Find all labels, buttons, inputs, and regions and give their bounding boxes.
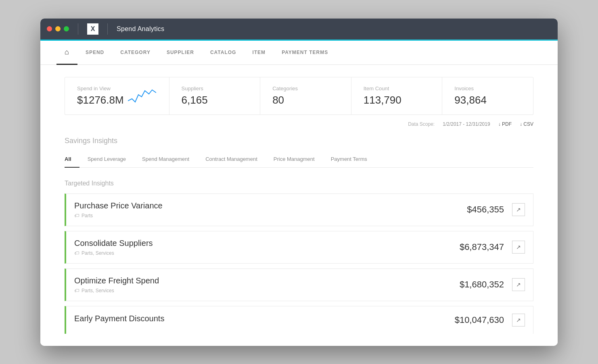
insight-card-consolidate: Consolidate Suppliers 🏷 Parts, Services … (65, 231, 533, 264)
insight-card-early-payment: Early Payment Discounts $10,047,630 ↗ (65, 306, 533, 334)
app-window: X Spend Analytics ⌂ SPEND CATEGORY SUPPL… (40, 19, 558, 346)
stat-spend-in-view: Spend in View $1276.8M (65, 77, 169, 114)
tab-spend-leverage[interactable]: Spend Leverage (79, 152, 134, 168)
nav-item-catalog[interactable]: CATALOG (202, 41, 245, 65)
data-scope-label: Data Scope: (408, 121, 435, 127)
tab-spend-management[interactable]: Spend Management (134, 152, 197, 168)
categories-value: 80 (272, 94, 339, 106)
tab-price-management[interactable]: Price Managment (266, 152, 323, 168)
insight-value-ppv: $456,355 (467, 204, 504, 215)
insight-tags-ppv: 🏷 Parts (74, 213, 467, 218)
stat-invoices: Invoices 93,864 (442, 77, 533, 114)
tag-icon-freight: 🏷 (74, 288, 79, 293)
main-content: Spend in View $1276.8M Suppliers 6,165 C… (40, 65, 558, 346)
tag-icon-ppv: 🏷 (74, 213, 79, 218)
nav-item-category[interactable]: CATEGORY (112, 41, 159, 65)
stat-item-count: Item Count 113,790 (351, 77, 443, 114)
csv-download-button[interactable]: ↓ CSV (520, 121, 533, 127)
close-button[interactable] (47, 26, 52, 31)
suppliers-value: 6,165 (182, 94, 248, 106)
item-count-value: 113,790 (364, 94, 430, 106)
invoices-label: Invoices (454, 85, 521, 92)
spend-text: Spend in View $1276.8M (77, 85, 124, 106)
nav-item-payment-terms[interactable]: PAYMENT TERMS (274, 41, 336, 65)
spend-label: Spend in View (77, 85, 124, 92)
titlebar: X Spend Analytics (40, 19, 558, 40)
insight-arrow-freight[interactable]: ↗ (512, 278, 525, 291)
maximize-button[interactable] (64, 26, 69, 31)
data-scope-range: 1/2/2017 - 12/31/2019 (443, 121, 490, 127)
savings-insights-title: Savings Insights (65, 137, 533, 145)
insight-title-ppv: Purchase Price Variance (74, 201, 467, 210)
insight-tags-consolidate: 🏷 Parts, Services (74, 250, 460, 256)
stats-row: Spend in View $1276.8M Suppliers 6,165 C… (65, 77, 533, 115)
sparkline-chart (128, 87, 156, 105)
insight-content-ppv: Purchase Price Variance 🏷 Parts (74, 201, 467, 218)
data-scope-row: Data Scope: 1/2/2017 - 12/31/2019 ↓ PDF … (65, 121, 533, 127)
stat-suppliers: Suppliers 6,165 (169, 77, 261, 114)
tag-icon-consolidate: 🏷 (74, 250, 79, 256)
titlebar-divider (78, 23, 78, 35)
insight-value-freight: $1,680,352 (460, 279, 504, 290)
insight-arrow-consolidate[interactable]: ↗ (512, 241, 525, 254)
spend-value: $1276.8M (77, 94, 124, 106)
app-logo: X (87, 23, 98, 35)
top-nav: ⌂ SPEND CATEGORY SUPPLIER CATALOG ITEM P… (40, 41, 558, 65)
insights-tabs: All Spend Leverage Spend Management Cont… (65, 152, 533, 168)
insight-card-ppv: Purchase Price Variance 🏷 Parts $456,355… (65, 193, 533, 226)
app-title: Spend Analytics (117, 25, 164, 33)
traffic-lights (47, 26, 69, 31)
nav-item-item[interactable]: ITEM (244, 41, 274, 65)
insight-value-early-payment: $10,047,630 (455, 315, 504, 325)
tab-contract-management[interactable]: Contract Management (197, 152, 266, 168)
insight-content-freight: Optimize Freight Spend 🏷 Parts, Services (74, 276, 460, 293)
minimize-button[interactable] (55, 26, 61, 31)
tab-payment-terms[interactable]: Payment Terms (323, 152, 375, 168)
nav-item-supplier[interactable]: SUPPLIER (159, 41, 202, 65)
nav-item-spend[interactable]: SPEND (77, 41, 112, 65)
insight-title-early-payment: Early Payment Discounts (74, 314, 455, 323)
categories-label: Categories (272, 85, 339, 92)
suppliers-label: Suppliers (182, 85, 248, 92)
pdf-download-button[interactable]: ↓ PDF (498, 121, 512, 127)
titlebar-logo-divider (107, 23, 108, 35)
tab-all[interactable]: All (65, 152, 79, 168)
insight-content-early-payment: Early Payment Discounts (74, 314, 455, 326)
invoices-value: 93,864 (454, 94, 521, 106)
insight-content-consolidate: Consolidate Suppliers 🏷 Parts, Services (74, 239, 460, 256)
home-icon: ⌂ (65, 48, 69, 56)
insight-tags-freight: 🏷 Parts, Services (74, 288, 460, 293)
insight-title-consolidate: Consolidate Suppliers (74, 239, 460, 248)
insight-value-consolidate: $6,873,347 (460, 242, 504, 252)
targeted-insights-title: Targeted Insights (65, 180, 533, 187)
insight-title-freight: Optimize Freight Spend (74, 276, 460, 285)
nav-item-home[interactable]: ⌂ (56, 41, 77, 65)
insight-arrow-ppv[interactable]: ↗ (512, 203, 525, 216)
stat-categories: Categories 80 (260, 77, 351, 114)
item-count-label: Item Count (364, 85, 430, 92)
insight-arrow-early-payment[interactable]: ↗ (512, 314, 525, 327)
insight-card-freight: Optimize Freight Spend 🏷 Parts, Services… (65, 268, 533, 301)
